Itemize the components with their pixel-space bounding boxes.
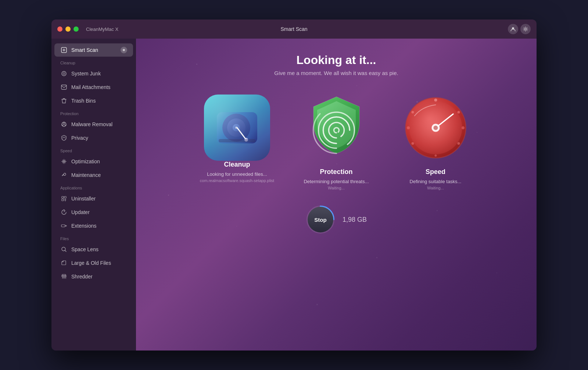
sidebar-item-label: Updater [71,209,90,215]
svg-rect-25 [219,139,255,142]
shredder-icon [60,273,68,280]
sidebar-item-label: Mail Attachments [71,84,111,90]
speed-card-status: Defining suitable tasks... [410,179,462,184]
sidebar-item-system-junk[interactable]: System Junk [54,67,133,80]
stop-button[interactable]: Stop [308,207,333,232]
sidebar-item-space-lens[interactable]: Space Lens [54,243,133,256]
svg-rect-14 [61,225,65,227]
cleanup-card-status: Looking for unneeded files... [207,171,267,177]
sidebar-item-label: System Junk [71,71,101,77]
sidebar-item-label: Smart Scan [71,47,98,53]
svg-point-24 [244,138,248,142]
svg-point-19 [222,114,250,142]
sidebar-item-updater[interactable]: Updater [54,206,133,219]
sidebar-item-privacy[interactable]: Privacy [54,131,133,145]
minimize-button[interactable] [65,26,71,32]
section-protection: Protection [51,108,136,117]
scan-size-label: 1,98 GB [343,216,367,224]
system-junk-icon [60,70,68,77]
svg-point-32 [434,154,437,157]
sidebar-item-optimization[interactable]: Optimization [54,155,133,168]
sidebar-item-mail-attachments[interactable]: Mail Attachments [54,81,133,94]
maintenance-icon [60,171,68,179]
large-files-icon [60,259,68,267]
scan-cards: Cleanup Looking for unneeded files... co… [197,95,476,190]
section-applications: Applications [51,182,136,192]
close-button[interactable] [57,26,62,32]
sidebar-item-shredder[interactable]: Shredder [54,270,133,283]
smart-scan-icon [60,46,68,54]
svg-point-28 [434,99,437,102]
sidebar: Smart Scan Cleanup System Junk [51,39,136,351]
updater-icon [60,209,68,216]
svg-rect-6 [61,85,67,89]
sidebar-item-label: Malware Removal [71,121,112,127]
extensions-icon [60,222,68,230]
sidebar-item-malware-removal[interactable]: Malware Removal [54,118,133,131]
sidebar-item-label: Uninstaller [71,196,96,202]
svg-point-30 [462,126,465,129]
svg-point-4 [62,71,66,76]
svg-point-34 [407,126,410,129]
optimization-icon [60,158,68,165]
section-cleanup: Cleanup [51,57,136,67]
svg-rect-11 [62,196,64,198]
uninstaller-icon [60,195,68,202]
sidebar-item-large-old-files[interactable]: Large & Old Files [54,256,133,270]
sidebar-item-label: Optimization [71,159,100,164]
protection-card-name: Protection [320,168,352,176]
speed-card-name: Speed [426,168,445,176]
app-window: CleanMyMac X Smart Scan [51,19,537,351]
sidebar-item-label: Trash Bins [71,98,96,104]
particles-bg [136,39,537,351]
sidebar-item-uninstaller[interactable]: Uninstaller [54,192,133,205]
maximize-button[interactable] [74,26,79,32]
svg-point-8 [64,122,64,123]
sidebar-item-label: Extensions [71,223,96,229]
main-content: Smart Scan Cleanup System Junk [51,39,537,351]
svg-point-29 [457,111,460,113]
scan-card-protection: Protection Determining potential threats… [296,95,377,190]
cleanup-card-icon [204,95,270,161]
svg-point-10 [65,125,66,125]
sidebar-item-trash-bins[interactable]: Trash Bins [54,94,133,107]
sidebar-item-extensions[interactable]: Extensions [54,219,133,232]
protection-card-status: Determining potential threats... [304,179,369,184]
protection-card-detail: Waiting... [328,186,344,190]
smart-scan-badge [121,47,127,53]
sidebar-item-label: Privacy [71,135,88,141]
sidebar-item-label: Space Lens [71,246,98,252]
svg-point-21 [233,124,240,131]
svg-line-23 [237,128,246,140]
speed-card-detail: Waiting... [427,186,444,190]
svg-point-20 [227,118,245,137]
svg-point-38 [433,125,438,130]
svg-rect-17 [62,274,66,275]
settings-icon[interactable] [520,24,531,34]
speed-card-icon [402,95,469,161]
sidebar-item-smart-scan[interactable]: Smart Scan [54,43,133,57]
mail-icon [60,83,68,91]
main-panel: Looking at it... Give me a moment. We al… [136,39,537,351]
space-lens-icon [60,246,68,253]
malware-icon [60,121,68,128]
svg-point-31 [457,142,460,145]
svg-rect-12 [64,196,66,198]
svg-rect-13 [62,199,64,201]
svg-point-22 [235,127,237,129]
main-subheading: Give me a moment. We all wish it was eas… [274,70,398,76]
traffic-lights [57,26,79,32]
section-files: Files [51,233,136,242]
sidebar-item-label: Maintenance [71,172,101,178]
svg-point-3 [123,49,125,51]
privacy-icon [60,134,68,142]
sidebar-item-label: Shredder [71,274,93,280]
svg-rect-18 [217,112,257,143]
sidebar-item-label: Large & Old Files [71,260,111,266]
svg-point-35 [411,111,414,113]
app-name: CleanMyMac X [86,26,118,32]
stop-button-container: Stop [306,205,335,234]
profile-icon[interactable] [508,24,518,34]
svg-point-5 [63,73,65,75]
sidebar-item-maintenance[interactable]: Maintenance [54,168,133,182]
